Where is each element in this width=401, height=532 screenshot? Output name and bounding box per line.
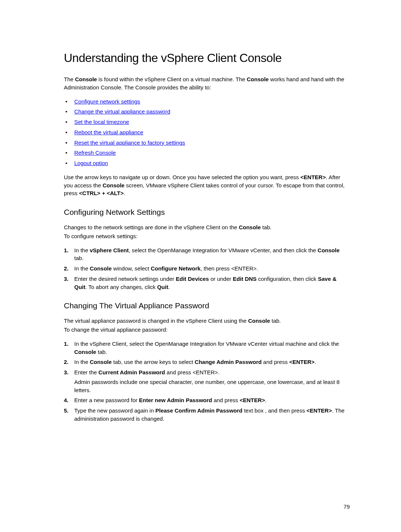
text: tab. [270, 318, 281, 324]
text-bold: Console [75, 76, 97, 82]
text-bold: Configure Network [151, 265, 200, 272]
text: , then press <ENTER>. [200, 265, 258, 272]
step-item: Enter the Current Admin Password and pre… [64, 368, 350, 394]
text: Changes to the network settings are done… [64, 224, 239, 230]
text-bold: Edit DNS [233, 276, 257, 282]
text-bold: Console [317, 247, 339, 253]
text-bold: Quit [157, 284, 168, 290]
page-number: 79 [343, 503, 350, 510]
text-bold: Edit Devices [176, 276, 209, 282]
text-bold: Change Admin Password [195, 359, 261, 365]
text: The [64, 76, 75, 82]
text: tab. [96, 349, 107, 355]
text: tab, use the arrow keys to select [112, 359, 195, 365]
text: is found within the vSphere Client on a … [97, 76, 247, 82]
text: . [265, 397, 267, 403]
list-item: Reboot the virtual appliance [64, 128, 350, 137]
text: Type the new password again in [74, 407, 155, 414]
step-item: In the Console tab, use the arrow keys t… [64, 358, 350, 366]
text-bold: <ENTER> [307, 407, 332, 414]
text-bold: Console [74, 349, 96, 355]
text: tab. [74, 255, 84, 261]
text: . [124, 190, 125, 196]
text: and press [262, 359, 289, 365]
text-bold: Please Confirm Admin Password [155, 407, 242, 414]
step-note: Admin passwords include one special char… [74, 378, 350, 394]
text: Enter the [74, 369, 98, 375]
list-item: Reset the virtual appliance to factory s… [64, 139, 350, 147]
document-page: Understanding the vSphere Client Console… [0, 0, 401, 423]
link-reboot[interactable]: Reboot the virtual appliance [74, 129, 143, 135]
link-refresh-console[interactable]: Refresh Console [74, 150, 116, 156]
text: and press <ENTER>. [165, 369, 220, 375]
link-change-password[interactable]: Change the virtual appliance password [74, 108, 170, 115]
text-bold: <ENTER> [300, 174, 326, 180]
text: In the [74, 265, 90, 272]
list-item: Logout option [64, 159, 350, 167]
text-bold: Console [247, 76, 268, 82]
text-bold: Console [248, 318, 270, 324]
section-intro: The virtual appliance password is change… [64, 317, 350, 325]
step-item: Enter a new password for Enter new Admin… [64, 396, 350, 404]
text-bold: Console [90, 265, 112, 272]
list-item: Configure network settings [64, 98, 350, 106]
link-logout[interactable]: Logout option [74, 160, 108, 166]
text: configuration, then click [257, 276, 318, 282]
text: . To abort any changes, click [85, 284, 157, 290]
list-item: Set the local timezone [64, 118, 350, 126]
text: . [168, 284, 170, 290]
navigation-paragraph: Use the arrow keys to navigate up or dow… [64, 173, 350, 197]
steps-list: In the vSphere Client, select the OpenMa… [64, 246, 350, 291]
text: In the vSphere Client, select the OpenMa… [74, 341, 339, 347]
text: In the [74, 359, 90, 365]
text: tab. [261, 224, 271, 230]
step-item: In the Console window, select Configure … [64, 265, 350, 273]
link-set-timezone[interactable]: Set the local timezone [74, 119, 129, 125]
text-bold: <ENTER> [289, 359, 314, 365]
section-lead: To change the virtual appliance password… [64, 326, 350, 334]
step-item: Type the new password again in Please Co… [64, 407, 350, 423]
section-lead: To configure network settings: [64, 232, 350, 240]
text: or under [209, 276, 233, 282]
section-intro: Changes to the network settings are done… [64, 223, 350, 231]
text: The virtual appliance password is change… [64, 318, 248, 324]
feature-list: Configure network settings Change the vi… [64, 98, 350, 167]
text: , select the OpenManage Integration for … [129, 247, 318, 253]
step-item: Enter the desired network settings under… [64, 275, 350, 291]
text: and press [212, 397, 239, 403]
list-item: Refresh Console [64, 149, 350, 157]
steps-list: In the vSphere Client, select the OpenMa… [64, 340, 350, 423]
text: Enter a new password for [74, 397, 139, 403]
text: . [314, 359, 316, 365]
text: text box , and then press [242, 407, 307, 414]
step-item: In the vSphere Client, select the OpenMa… [64, 246, 350, 263]
page-title: Understanding the vSphere Client Console [64, 51, 350, 65]
text: Use the arrow keys to navigate up or dow… [64, 174, 300, 180]
link-reset-factory[interactable]: Reset the virtual appliance to factory s… [74, 139, 185, 146]
link-configure-network[interactable]: Configure network settings [74, 98, 140, 105]
text-bold: Console [239, 224, 261, 230]
step-item: In the vSphere Client, select the OpenMa… [64, 340, 350, 356]
section-heading-change-password: Changing The Virtual Appliance Password [64, 301, 350, 310]
text-bold: Current Admin Password [98, 369, 165, 375]
section-heading-config-network: Configuring Network Settings [64, 208, 350, 217]
text-bold: Console [102, 182, 124, 188]
text-bold: Console [90, 359, 112, 365]
text: In the [74, 247, 90, 253]
text: Enter the desired network settings under [74, 276, 176, 282]
text-bold: Enter new Admin Password [139, 397, 212, 403]
list-item: Change the virtual appliance password [64, 108, 350, 116]
text-bold: vSphere Client [90, 247, 129, 253]
text: window, select [112, 265, 151, 272]
text-bold: <ENTER> [239, 397, 265, 403]
text-bold: <CTRL> + <ALT> [79, 190, 124, 196]
intro-paragraph: The Console is found within the vSphere … [64, 75, 350, 92]
